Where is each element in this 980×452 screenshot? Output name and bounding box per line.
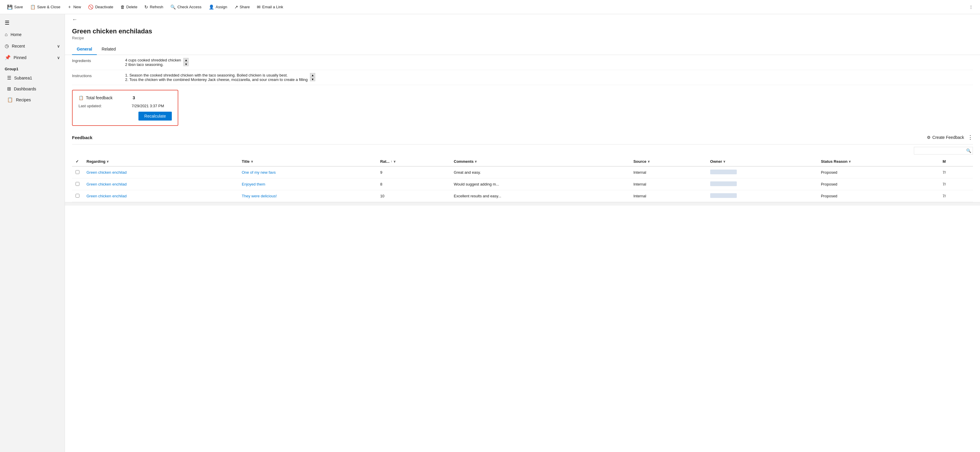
email-link-button[interactable]: ✉ Email a Link [253, 0, 286, 14]
cell-title-0: One of my new favs [238, 166, 377, 179]
hamburger-button[interactable]: ☰ [0, 16, 65, 29]
tab-related[interactable]: Related [97, 44, 121, 55]
row-checkbox-2[interactable] [76, 194, 80, 198]
th-status-reason[interactable]: Status Reason∨ [817, 157, 939, 166]
tab-general[interactable]: General [72, 44, 97, 55]
subarea-icon: ☰ [7, 75, 11, 81]
ingredients-label: Ingredients [72, 58, 125, 63]
dashboards-icon: ⊞ [7, 86, 11, 92]
cell-check-2[interactable] [72, 190, 83, 202]
cell-owner-2 [707, 190, 817, 202]
th-rating[interactable]: Rat...↑∨ [377, 157, 450, 166]
delete-button[interactable]: 🗑 Delete [117, 0, 141, 14]
title-link-1[interactable]: Enjoyed them [242, 182, 266, 187]
cell-regarding-1: Green chicken enchilad [83, 179, 238, 190]
th-m[interactable]: M [939, 157, 973, 166]
sidebar-item-home[interactable]: ⌂Home [0, 29, 65, 40]
feedback-section: Feedback ⚙ Create Feedback ⋮ 🔍 [65, 131, 980, 202]
recent-icon: ◷ [5, 43, 9, 48]
title-link-0[interactable]: One of my new favs [242, 170, 276, 175]
scroll-up-btn[interactable]: ▲ [183, 58, 189, 62]
sidebar-item-dashboards[interactable]: ⊞ Dashboards [0, 83, 65, 94]
th-regarding[interactable]: Regarding∨ [83, 157, 238, 166]
cell-status-reason-0: Proposed [817, 166, 939, 179]
feedback-title: Feedback [72, 135, 92, 140]
sidebar-item-pinned[interactable]: 📌Pinned ∨ [0, 52, 65, 63]
row-checkbox-1[interactable] [76, 182, 80, 186]
sort-up-icon: ↑ [391, 160, 392, 163]
cell-source-0: Internal [630, 166, 707, 179]
share-button[interactable]: ↗ Share [231, 0, 254, 14]
bottom-scrollbar[interactable] [65, 202, 980, 206]
rollup-title: Total feedback [86, 96, 113, 100]
assign-button[interactable]: 👤 Assign [205, 0, 231, 14]
th-owner[interactable]: Owner∨ [707, 157, 817, 166]
row-checkbox-0[interactable] [76, 170, 80, 174]
search-input[interactable] [916, 149, 966, 153]
feedback-table-body: Green chicken enchilad One of my new fav… [72, 166, 973, 202]
cell-check-0[interactable] [72, 166, 83, 179]
cell-check-1[interactable] [72, 179, 83, 190]
sort-icon: ∨ [107, 160, 109, 163]
sort-icon: ∨ [475, 160, 477, 163]
th-comments[interactable]: Comments∨ [450, 157, 630, 166]
scroll-down-btn[interactable]: ▼ [183, 62, 189, 66]
th-source[interactable]: Source∨ [630, 157, 707, 166]
refresh-button[interactable]: ↻ Refresh [141, 0, 167, 14]
rollup-count: 3 [132, 95, 135, 100]
instr-scroll-up-btn[interactable]: ▲ [310, 73, 315, 77]
sidebar-item-subarea1[interactable]: ☰ Subarea1 [0, 72, 65, 83]
title-link-2[interactable]: They were delicious! [242, 194, 277, 198]
cell-m-2: 7/ [939, 190, 973, 202]
sidebar-item-recent[interactable]: ◷Recent ∨ [0, 40, 65, 52]
cell-status-reason-2: Proposed [817, 190, 939, 202]
create-feedback-icon: ⚙ [927, 135, 931, 140]
back-button[interactable]: ← [72, 16, 77, 23]
rollup-card: 📋 Total feedback 3 Last updated: 7/29/20… [72, 90, 178, 126]
search-icon[interactable]: 🔍 [966, 148, 971, 153]
save-close-button[interactable]: 📋 Save & Close [27, 0, 64, 14]
rollup-icon: 📋 [78, 96, 84, 100]
cell-owner-1 [707, 179, 817, 190]
deactivate-button[interactable]: 🚫 Deactivate [84, 0, 116, 14]
regarding-link-1[interactable]: Green chicken enchilad [86, 182, 127, 187]
sort-icon: ∨ [251, 160, 253, 163]
feedback-table: ✓ Regarding∨ Title∨ Rat...↑∨ Comments∨ [72, 157, 973, 202]
instr-scroll-down-btn[interactable]: ▼ [310, 77, 315, 81]
pin-icon: 📌 [5, 55, 11, 60]
feedback-more-button[interactable]: ⋮ [967, 134, 973, 141]
form-row-instructions: Instructions 1. Season the cooked shredd… [72, 70, 973, 85]
rollup-header: 📋 Total feedback 3 [78, 95, 172, 100]
rollup-last-updated-label: Last updated: [78, 104, 114, 108]
deactivate-icon: 🚫 [88, 5, 94, 10]
recalculate-button[interactable]: Recalculate [138, 112, 172, 121]
th-title[interactable]: Title∨ [238, 157, 377, 166]
regarding-link-2[interactable]: Green chicken enchilad [86, 194, 127, 198]
cell-rating-1: 8 [377, 179, 450, 190]
sidebar-item-recipes[interactable]: 📋 Recipes [0, 94, 65, 105]
owner-value-0 [710, 169, 737, 174]
cell-regarding-2: Green chicken enchilad [83, 190, 238, 202]
form-section: Ingredients 4 cups cooked shredded chick… [65, 55, 980, 131]
rollup-last-updated-row: Last updated: 7/29/2021 3:37 PM [78, 104, 172, 108]
owner-value-2 [710, 193, 737, 198]
cell-title-2: They were delicious! [238, 190, 377, 202]
th-check[interactable]: ✓ [72, 157, 83, 166]
table-header-row: ✓ Regarding∨ Title∨ Rat...↑∨ Comments∨ [72, 157, 973, 166]
sort-icon: ∨ [648, 160, 650, 163]
new-button[interactable]: ＋ New [64, 0, 84, 14]
regarding-link-0[interactable]: Green chicken enchilad [86, 170, 127, 175]
save-button[interactable]: 💾 Save [3, 0, 27, 14]
ingredients-value: 4 cups cooked shredded chicken 2 tbsn ta… [125, 58, 973, 67]
toolbar: 💾 Save 📋 Save & Close ＋ New 🚫 Deactivate… [0, 0, 980, 14]
check-access-button[interactable]: 🔍 Check Access [167, 0, 205, 14]
table-row: Green chicken enchilad One of my new fav… [72, 166, 973, 179]
toolbar-more-button[interactable]: ⋮ [966, 0, 977, 14]
back-area: ← [65, 14, 980, 23]
cell-rating-0: 9 [377, 166, 450, 179]
instructions-value: 1. Season the cooked shredded chicken wi… [125, 73, 973, 82]
create-feedback-button[interactable]: ⚙ Create Feedback [927, 135, 964, 140]
cell-comments-2: Excellent results and easy... [450, 190, 630, 202]
table-row: Green chicken enchilad They were delicio… [72, 190, 973, 202]
sort-icon: ∨ [849, 160, 851, 163]
